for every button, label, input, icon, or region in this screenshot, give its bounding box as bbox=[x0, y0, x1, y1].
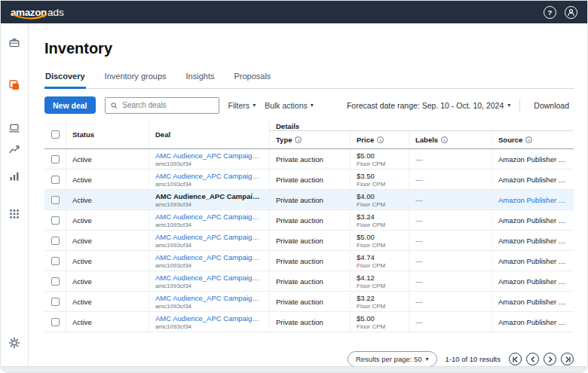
row-checkbox[interactable] bbox=[51, 176, 60, 184]
type-value: Private auction bbox=[276, 277, 344, 286]
table-row[interactable]: Active AMC Audience_APC Campaign_890 amc… bbox=[44, 292, 574, 312]
price-unit: Floor CPM bbox=[357, 222, 403, 228]
new-deal-button[interactable]: New deal bbox=[44, 96, 96, 114]
results-per-page-selector[interactable]: Results per page: 50 ▾ bbox=[348, 351, 437, 367]
row-checkbox[interactable] bbox=[51, 196, 60, 204]
table-row[interactable]: Active AMC Audience_APC Campaign_123 amc… bbox=[44, 149, 574, 170]
first-page-icon bbox=[512, 356, 519, 363]
row-checkbox[interactable] bbox=[51, 318, 60, 326]
source-value: Amazon Publisher Direct bbox=[498, 216, 568, 225]
table-row[interactable]: Active AMC Audience_APC Campaign_234 amc… bbox=[44, 170, 574, 190]
price-unit: Floor CPM bbox=[357, 303, 403, 310]
amazon-ads-logo[interactable]: amazonads bbox=[11, 1, 64, 23]
info-icon[interactable]: i bbox=[441, 136, 448, 143]
source-label: Source bbox=[498, 136, 522, 144]
bulk-actions-button[interactable]: Bulk actions ▾ bbox=[265, 101, 314, 110]
chevron-down-icon: ▾ bbox=[426, 356, 429, 362]
row-checkbox[interactable] bbox=[51, 216, 60, 225]
deal-link[interactable]: AMC Audience_APC Campaign_345 bbox=[155, 192, 263, 200]
table-row[interactable]: Active AMC Audience_APC Campaign_678 amc… bbox=[44, 251, 574, 271]
column-header-status[interactable]: Status bbox=[66, 120, 149, 148]
row-checkbox-cell bbox=[44, 170, 66, 189]
labels-cell: — bbox=[409, 231, 492, 250]
deal-cell: AMC Audience_APC Campaign_456 amc1093cf3… bbox=[149, 210, 269, 230]
window-chrome-bottom bbox=[1, 366, 587, 372]
price-value: $4.00 bbox=[357, 192, 403, 200]
apps-grid-icon[interactable] bbox=[8, 208, 20, 220]
table-row[interactable]: Active AMC Audience_APC Campaign_345 amc… bbox=[44, 190, 574, 210]
deal-link[interactable]: AMC Audience_APC Campaign_567 bbox=[155, 233, 263, 241]
info-icon[interactable]: i bbox=[525, 136, 532, 143]
top-navigation-bar: amazonads ? bbox=[1, 1, 587, 23]
labels-cell: — bbox=[409, 210, 492, 230]
filters-button[interactable]: Filters ▾ bbox=[228, 101, 256, 110]
tab-inventory-groups[interactable]: Inventory groups bbox=[104, 69, 167, 89]
inventory-icon-active[interactable] bbox=[8, 79, 20, 91]
type-value: Private auction bbox=[276, 176, 344, 184]
type-value: Private auction bbox=[276, 318, 344, 326]
deal-link[interactable]: AMC Audience_APC Campaign_789 bbox=[155, 274, 263, 282]
type-cell: Private auction bbox=[269, 251, 350, 271]
sponsored-ads-icon[interactable] bbox=[8, 37, 20, 49]
table-row[interactable]: Active AMC Audience_APC Campaign_789 amc… bbox=[44, 271, 574, 292]
column-header-source[interactable]: Source i bbox=[492, 131, 574, 148]
group-header-details: Details bbox=[269, 120, 574, 131]
deal-cell: AMC Audience_APC Campaign_567 amc1093cf3… bbox=[149, 231, 269, 250]
column-header-type[interactable]: Type i bbox=[269, 131, 350, 148]
chevron-left-icon bbox=[529, 356, 537, 363]
measurement-icon[interactable] bbox=[8, 143, 20, 155]
first-page-button[interactable] bbox=[509, 353, 522, 365]
info-icon[interactable]: i bbox=[295, 136, 302, 143]
deal-link[interactable]: AMC Audience_APC Campaign_901 bbox=[155, 314, 263, 323]
deal-id: amc1093cf34 bbox=[155, 242, 263, 249]
last-page-button[interactable] bbox=[561, 353, 574, 365]
deals-table: Status Deal Details Type i Price i bbox=[44, 120, 574, 332]
forecast-date-range-selector[interactable]: Forecast date range: Sep. 10 - Oct. 10, … bbox=[347, 101, 510, 110]
table-row[interactable]: Active AMC Audience_APC Campaign_567 amc… bbox=[44, 231, 574, 251]
row-checkbox[interactable] bbox=[51, 257, 60, 265]
row-checkbox[interactable] bbox=[51, 237, 60, 245]
column-header-price[interactable]: Price i bbox=[350, 131, 409, 148]
type-cell: Private auction bbox=[269, 292, 350, 311]
table-row[interactable]: Active AMC Audience_APC Campaign_901 amc… bbox=[44, 312, 574, 332]
info-icon[interactable]: i bbox=[377, 136, 384, 143]
source-cell: Amazon Publisher Direct bbox=[492, 170, 574, 189]
select-all-checkbox[interactable] bbox=[51, 130, 60, 139]
row-checkbox-cell bbox=[44, 251, 66, 271]
deal-link[interactable]: AMC Audience_APC Campaign_234 bbox=[155, 172, 263, 180]
deal-link[interactable]: AMC Audience_APC Campaign_890 bbox=[155, 294, 263, 302]
labels-value: — bbox=[415, 155, 485, 164]
media-planning-icon[interactable] bbox=[8, 122, 20, 134]
select-all-cell bbox=[44, 120, 66, 148]
deal-id: amc1093cf34 bbox=[155, 181, 263, 188]
table-row[interactable]: Active AMC Audience_APC Campaign_456 amc… bbox=[44, 210, 574, 231]
column-header-labels[interactable]: Labels i bbox=[409, 131, 492, 148]
search-box[interactable] bbox=[105, 97, 219, 114]
previous-page-button[interactable] bbox=[526, 353, 539, 365]
tab-insights[interactable]: Insights bbox=[185, 69, 216, 89]
deal-cell: AMC Audience_APC Campaign_123 amc1093cf3… bbox=[149, 149, 269, 169]
next-page-button[interactable] bbox=[544, 353, 556, 365]
status-cell: Active bbox=[66, 190, 149, 209]
column-header-deal[interactable]: Deal bbox=[149, 120, 269, 148]
row-checkbox[interactable] bbox=[51, 277, 60, 286]
account-button[interactable] bbox=[565, 6, 577, 19]
row-checkbox[interactable] bbox=[51, 298, 60, 306]
row-checkbox-cell bbox=[44, 271, 66, 291]
download-button[interactable]: Download bbox=[529, 100, 574, 111]
reports-icon[interactable] bbox=[8, 170, 20, 182]
help-button[interactable]: ? bbox=[544, 6, 556, 19]
deal-link[interactable]: AMC Audience_APC Campaign_123 bbox=[155, 151, 263, 160]
price-unit: Floor CPM bbox=[357, 242, 403, 249]
settings-gear-icon[interactable] bbox=[8, 337, 20, 349]
deal-link[interactable]: AMC Audience_APC Campaign_678 bbox=[155, 253, 263, 261]
bulk-actions-label: Bulk actions bbox=[265, 101, 308, 110]
tab-proposals[interactable]: Proposals bbox=[233, 69, 271, 89]
type-cell: Private auction bbox=[269, 190, 350, 209]
search-input[interactable] bbox=[121, 100, 213, 110]
row-checkbox[interactable] bbox=[51, 155, 60, 164]
tab-discovery[interactable]: Discovery bbox=[44, 69, 86, 89]
type-cell: Private auction bbox=[269, 210, 350, 230]
type-value: Private auction bbox=[276, 237, 344, 245]
deal-link[interactable]: AMC Audience_APC Campaign_456 bbox=[155, 212, 263, 221]
